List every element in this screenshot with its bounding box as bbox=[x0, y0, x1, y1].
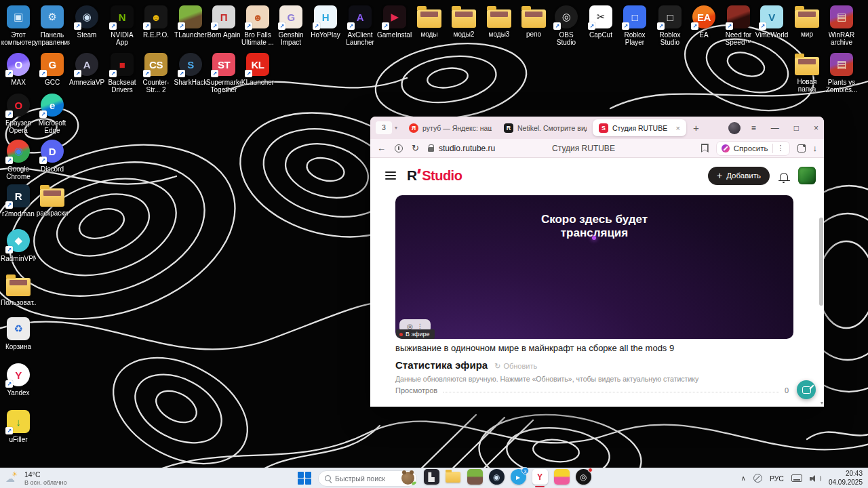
sidebar-panel-icon[interactable] bbox=[797, 144, 806, 152]
volume-icon[interactable] bbox=[810, 474, 821, 483]
desktop-icon[interactable]: Y ↗ Yandex bbox=[1, 363, 36, 396]
support-chat-fab[interactable] bbox=[797, 380, 816, 399]
desktop-icon[interactable]: S ↗ SharkHack bbox=[173, 53, 208, 86]
desktop-icon[interactable]: CS ↗ Counter-Str... 2 bbox=[138, 53, 174, 94]
taskbar-app-icon[interactable]: ▸ 3 bbox=[510, 469, 526, 487]
notifications-bell-icon[interactable] bbox=[780, 173, 788, 180]
taskbar-app-icon[interactable]: ◎ bbox=[575, 469, 591, 487]
desktop-icon[interactable]: A ↗ AmneziaVPN bbox=[69, 53, 104, 86]
desktop-icon[interactable]: ☻ ↗ R.E.P.O. bbox=[138, 5, 174, 39]
desktop-icon[interactable]: N ↗ NVIDIA App bbox=[104, 5, 140, 46]
desktop-icon[interactable]: ♻ Корзина bbox=[1, 317, 36, 350]
clock[interactable]: 20:43 04.09.2025 bbox=[829, 470, 863, 487]
onedrive-paused-icon[interactable] bbox=[753, 474, 762, 483]
desktop-icon[interactable]: моды2 bbox=[446, 5, 481, 38]
desktop-icon[interactable]: ▣ Этот компьютер bbox=[1, 5, 36, 46]
browser-tab[interactable]: S Студия RUTUBE × bbox=[593, 119, 686, 136]
taskbar-app-icon[interactable]: ▙ bbox=[423, 469, 439, 487]
desktop-icon[interactable]: R ↗ r2modman bbox=[1, 184, 36, 218]
rutube-studio-logo[interactable]: R Studio bbox=[407, 168, 462, 184]
desktop-icon[interactable]: V ↗ VimeWorld bbox=[754, 5, 789, 39]
desktop-icon[interactable]: EA ↗ EA bbox=[686, 5, 722, 39]
desktop-icon[interactable]: □ ↗ Roblox Studio bbox=[652, 5, 688, 46]
desktop-icon[interactable]: П ↗ Born Again bbox=[206, 5, 241, 39]
window-maximize-button[interactable]: □ bbox=[794, 123, 799, 133]
desktop-icon[interactable]: O ↗ Браузер Opera bbox=[1, 94, 36, 134]
tab-counter-button[interactable]: 3 bbox=[376, 121, 392, 134]
desktop-icon[interactable]: раскраски bbox=[35, 184, 70, 217]
desktop-icon[interactable]: H ↗ HoYoPlay bbox=[308, 5, 343, 39]
user-avatar[interactable] bbox=[798, 167, 816, 184]
language-indicator[interactable]: РУС bbox=[770, 474, 784, 483]
page-scrollbar[interactable] bbox=[819, 218, 823, 306]
lock-icon[interactable] bbox=[428, 147, 434, 152]
desktop-icon[interactable]: O ↗ MAX bbox=[1, 53, 36, 86]
desktop-icon[interactable]: ST ↗ Supermarket Together bbox=[206, 53, 241, 94]
browser-tab[interactable]: Я рутуб — Яндекс: нашлось bbox=[403, 117, 498, 139]
desktop-icon[interactable]: e ↗ Microsoft Edge bbox=[35, 94, 70, 134]
more-options-icon[interactable]: ⋮ bbox=[777, 144, 785, 152]
bookmark-icon[interactable] bbox=[701, 144, 709, 152]
refresh-button[interactable]: ↻ bbox=[412, 143, 419, 153]
add-button[interactable]: + Добавить bbox=[708, 167, 770, 185]
desktop-icon[interactable]: ■ ↗ Backseat Drivers Demo bbox=[104, 53, 140, 94]
desktop-icon[interactable]: ◎ ↗ OBS Studio bbox=[549, 5, 584, 46]
browser-menu-icon[interactable]: ≡ bbox=[751, 123, 756, 133]
eye-icon[interactable]: ◎ bbox=[407, 323, 413, 330]
tab-close-icon[interactable]: × bbox=[673, 124, 680, 132]
desktop-icon[interactable]: G ↗ Genshin Impact bbox=[273, 5, 309, 46]
ask-ai-button[interactable]: Спросить ⋮ bbox=[716, 141, 790, 156]
address-url[interactable]: studio.rutube.ru bbox=[439, 144, 495, 153]
desktop-icon[interactable]: ▤ Plants vs Zombies... bbox=[824, 53, 859, 94]
desktop-icon[interactable]: ◉ ↗ Steam bbox=[69, 5, 104, 39]
desktop-icon[interactable]: ↗ TLauncher bbox=[173, 5, 208, 39]
desktop-icon[interactable]: Пользоват... bbox=[1, 274, 36, 306]
hamburger-menu-icon[interactable] bbox=[385, 171, 396, 180]
desktop-icon[interactable]: ⚙ Панель управления bbox=[35, 5, 70, 46]
touch-keyboard-icon[interactable] bbox=[791, 474, 802, 482]
window-minimize-button[interactable]: — bbox=[771, 123, 779, 133]
window-close-button[interactable]: × bbox=[814, 123, 818, 133]
app-icon bbox=[6, 278, 31, 296]
refresh-stats-button[interactable]: ↻ Обновить bbox=[494, 362, 537, 371]
desktop-icon[interactable]: моды3 bbox=[481, 5, 517, 38]
desktop-icon[interactable]: репо bbox=[516, 5, 551, 38]
stream-preview[interactable]: Скоро здесь будет трансляция ◎ ⋮ В эфире bbox=[395, 195, 793, 339]
desktop-icon[interactable]: ✂ ↗ CapCut bbox=[583, 5, 618, 39]
taskbar-app-icon[interactable] bbox=[467, 469, 483, 487]
taskbar-app-icon[interactable] bbox=[445, 469, 461, 487]
kebab-menu-icon[interactable]: ⋮ bbox=[417, 323, 423, 329]
desktop-icon[interactable]: ↓ ↗ uFiller bbox=[1, 410, 36, 443]
desktop-icon[interactable]: G ↗ GCC bbox=[35, 53, 70, 86]
taskbar-app-icon[interactable]: Y bbox=[532, 469, 548, 487]
app-icon: V ↗ bbox=[760, 5, 783, 28]
taskbar-apps: ▙ bbox=[423, 469, 591, 487]
back-button[interactable]: ← bbox=[377, 143, 386, 153]
start-button[interactable] bbox=[297, 471, 312, 486]
desktop-icon[interactable]: A ↗ AxClient Launcher bbox=[342, 5, 378, 46]
scrollbar-down-arrow-icon[interactable]: ▾ bbox=[821, 400, 823, 406]
protect-icon[interactable] bbox=[395, 144, 403, 152]
desktop-icon[interactable]: Новая папка bbox=[789, 53, 825, 93]
desktop-icon[interactable]: ▶ ↗ GameInstall... bbox=[377, 5, 412, 39]
browser-profile-avatar[interactable] bbox=[728, 122, 741, 134]
taskbar-app-icon[interactable]: ◉ bbox=[488, 469, 505, 487]
desktop-icon[interactable]: □ ↗ Roblox Player bbox=[617, 5, 652, 46]
desktop-icon[interactable]: мир bbox=[789, 5, 825, 38]
desktop-icon[interactable]: D ↗ Discord bbox=[35, 140, 70, 173]
taskbar-search[interactable]: Быстрый поиск bbox=[318, 470, 417, 487]
browser-tab[interactable]: R Netikel. Смотрите видео о bbox=[498, 117, 593, 139]
desktop-icon[interactable]: ☻ ↗ Bro Falls Ultimate ... bbox=[240, 5, 275, 46]
desktop-icon[interactable]: ◉ ↗ Google Chrome bbox=[1, 140, 36, 180]
desktop-icon[interactable]: ↗ Need for Speed™ Mo... bbox=[721, 5, 756, 47]
desktop-icon[interactable]: KL ↗ KLauncher bbox=[240, 53, 275, 86]
new-tab-button[interactable]: + bbox=[693, 122, 699, 134]
weather-widget[interactable]: ☀ ☁ 14°C В осн. облачно bbox=[5, 470, 66, 486]
downloads-icon[interactable]: ↓ bbox=[813, 143, 818, 153]
desktop-icon[interactable]: моды bbox=[412, 5, 447, 38]
tab-counter-chevron-icon[interactable]: ▾ bbox=[395, 125, 397, 131]
tray-chevron-icon[interactable]: ∧ bbox=[741, 474, 746, 482]
desktop-icon[interactable]: ▤ WinRAR archive bbox=[824, 5, 859, 46]
desktop-icon[interactable]: ◆ ↗ RadminVPN bbox=[1, 229, 36, 262]
taskbar-app-icon[interactable] bbox=[553, 469, 570, 487]
